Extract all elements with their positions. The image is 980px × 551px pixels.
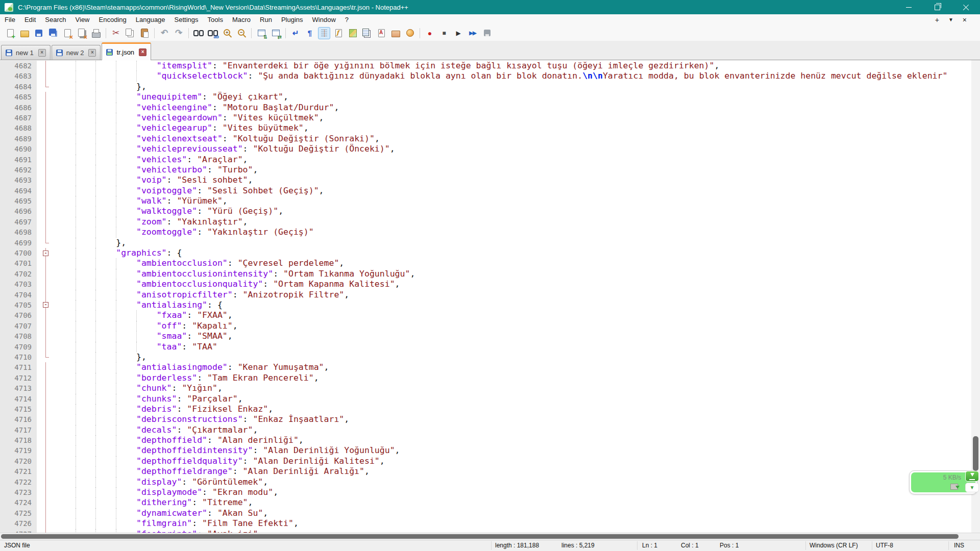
minimize-button[interactable]: [894, 0, 923, 14]
code-text[interactable]: "borderless": "Tam Ekran Pencereli",: [50, 373, 971, 383]
menu-help[interactable]: ?: [340, 15, 353, 24]
code-text[interactable]: "antialiasing": {: [50, 300, 971, 310]
tab-tr-json[interactable]: tr.json×: [102, 42, 151, 60]
monitoring-button[interactable]: [404, 27, 416, 39]
tab-close-icon[interactable]: ×: [88, 49, 96, 57]
print-button[interactable]: [90, 27, 102, 39]
code-text[interactable]: "debrisconstructions": "Enkaz İnşaatları…: [50, 414, 971, 424]
code-text[interactable]: "depthoffieldintensity": "Alan Derinliği…: [50, 445, 971, 456]
zoom-in-button[interactable]: +: [221, 27, 233, 39]
code-text[interactable]: "chunks": "Parçalar",: [50, 394, 971, 404]
code-text[interactable]: "decals": "Çıkartmalar",: [50, 425, 971, 435]
code-text[interactable]: "quickselectblock": "Şu anda baktığınız …: [50, 71, 971, 81]
code-text[interactable]: "anisotropicfilter": "Anizotropik Filtre…: [50, 290, 971, 300]
fold-collapse-icon[interactable]: -: [43, 302, 48, 308]
horizontal-scrollbar[interactable]: [0, 533, 980, 540]
code-text[interactable]: "vehiclegeardown": "Vites küçültmek",: [50, 113, 971, 123]
code-text[interactable]: "walk": "Yürümek",: [50, 196, 971, 206]
close-button[interactable]: [951, 0, 980, 14]
cut-button[interactable]: ✂: [110, 27, 122, 39]
menu-plugins[interactable]: Plugins: [277, 15, 308, 24]
code-text[interactable]: "ambientocclusionintensity": "Ortam Tıka…: [50, 269, 971, 279]
close-all-button[interactable]: [76, 27, 88, 39]
code-text[interactable]: "voip": "Sesli sohbet",: [50, 175, 971, 185]
download-button[interactable]: [965, 471, 979, 482]
code-text[interactable]: "smaa": "SMAA",: [50, 331, 971, 341]
open-button[interactable]: [18, 27, 31, 39]
zoom-out-button[interactable]: −: [235, 27, 248, 39]
undo-button[interactable]: ↶: [158, 27, 170, 39]
fold-collapse-icon[interactable]: -: [43, 251, 48, 256]
code-text[interactable]: "vehicleturbo": "Turbo",: [50, 165, 971, 175]
tab-close-icon[interactable]: ×: [38, 49, 46, 57]
show-all-characters-button[interactable]: ¶: [304, 27, 316, 39]
code-text[interactable]: "filmgrain": "Film Tane Efekti",: [50, 518, 971, 529]
code-text[interactable]: "depthoffieldrange": "Alan Derinliği Ara…: [50, 466, 971, 477]
code-text[interactable]: "itemsplit": "Envanterdeki bir öğe yığın…: [50, 61, 971, 71]
menu-file[interactable]: File: [0, 15, 20, 24]
status-encoding[interactable]: UTF-8: [876, 540, 893, 551]
code-text[interactable]: "taa": "TAA": [50, 342, 971, 352]
code-text[interactable]: "ambientocclusion": "Çevresel perdeleme"…: [50, 258, 971, 268]
indent-guide-button[interactable]: [318, 27, 330, 39]
code-text[interactable]: "voiptoggle": "Sesli Sohbet (Geçiş)",: [50, 186, 971, 196]
menu-search[interactable]: Search: [40, 15, 70, 24]
code-text[interactable]: "chunk": "Yığın",: [50, 383, 971, 393]
code-text[interactable]: "display": "Görüntülemek",: [50, 477, 971, 487]
menu-encoding[interactable]: Encoding: [94, 15, 131, 24]
copy-button[interactable]: [124, 27, 136, 39]
code-text[interactable]: "vehicleengine": "Motoru Başlat/Durdur",: [50, 103, 971, 113]
replace-button[interactable]: ab: [207, 27, 219, 39]
expand-button[interactable]: ▼: [965, 483, 979, 492]
menu-language[interactable]: Language: [131, 15, 170, 24]
tab-new-2[interactable]: new 2×: [52, 45, 101, 60]
menu-run[interactable]: Run: [255, 15, 277, 24]
code-text[interactable]: "unequipitem": "Öğeyi çıkart",: [50, 92, 971, 102]
macro-stop-button[interactable]: ■: [438, 27, 450, 39]
sync-vertical-button[interactable]: ⇅: [255, 27, 267, 39]
menu-settings[interactable]: Settings: [170, 15, 203, 24]
code-text[interactable]: "zoomtoggle": "Yakınlaştır (Geçiş)": [50, 227, 971, 237]
paste-button[interactable]: [138, 27, 151, 39]
code-text[interactable]: "ambientocclusionquality": "Ortam Kapanm…: [50, 279, 971, 289]
code-text[interactable]: "dithering": "Titreme",: [50, 497, 971, 508]
menu-edit[interactable]: Edit: [20, 15, 40, 24]
code-text[interactable]: "dynamicwater": "Akan Su",: [50, 508, 971, 518]
code-text[interactable]: "off": "Kapalı",: [50, 321, 971, 331]
editor[interactable]: 4682 "itemsplit": "Envanterdeki bir öğe …: [0, 60, 971, 533]
close-tab-icon[interactable]: ×: [963, 16, 967, 23]
code-text[interactable]: "debris": "Fiziksel Enkaz",: [50, 404, 971, 414]
code-text[interactable]: "antialiasingmode": "Kenar Yumuşatma",: [50, 362, 971, 372]
vertical-scrollbar[interactable]: [971, 60, 980, 533]
macro-record-button[interactable]: ●: [424, 27, 436, 39]
save-button[interactable]: [33, 27, 45, 39]
code-text[interactable]: "vehicles": "Araçlar",: [50, 155, 971, 165]
folder-as-workspace-button[interactable]: [389, 27, 402, 39]
code-text[interactable]: "vehiclenextseat": "Koltuğu Değiştir (So…: [50, 134, 971, 144]
code-text[interactable]: "graphics": {: [50, 248, 971, 258]
redo-button[interactable]: ↷: [173, 27, 185, 39]
status-insert-mode[interactable]: INS: [954, 540, 964, 551]
save-all-button[interactable]: [47, 27, 59, 39]
new-tab-icon[interactable]: +: [935, 16, 939, 23]
menu-macro[interactable]: Macro: [228, 15, 255, 24]
macro-play-button[interactable]: ▶: [452, 27, 464, 39]
new-file-button[interactable]: [4, 27, 16, 39]
status-eol-format[interactable]: Windows (CR LF): [810, 540, 858, 551]
menu-view[interactable]: View: [71, 15, 94, 24]
code-text[interactable]: "displaymode": "Ekran modu",: [50, 487, 971, 497]
code-text[interactable]: "fxaa": "FXAA",: [50, 310, 971, 320]
close-button[interactable]: [61, 27, 74, 39]
code-text[interactable]: "depthoffield": "Alan derinliği",: [50, 435, 971, 445]
code-text[interactable]: "zoom": "Yakınlaştır",: [50, 217, 971, 227]
restore-button[interactable]: [923, 0, 951, 14]
menu-window[interactable]: Window: [308, 15, 340, 24]
document-list-button[interactable]: [361, 27, 373, 39]
sync-horizontal-button[interactable]: ⇄: [270, 27, 282, 39]
code-text[interactable]: },: [50, 238, 971, 248]
code-text[interactable]: "vehiclegearup": "Vites büyütmek",: [50, 123, 971, 133]
file-browser-button[interactable]: A: [375, 27, 387, 39]
tab-new-1[interactable]: new 1×: [1, 45, 51, 60]
macro-save-button[interactable]: [481, 27, 493, 39]
code-text[interactable]: },: [50, 82, 971, 92]
